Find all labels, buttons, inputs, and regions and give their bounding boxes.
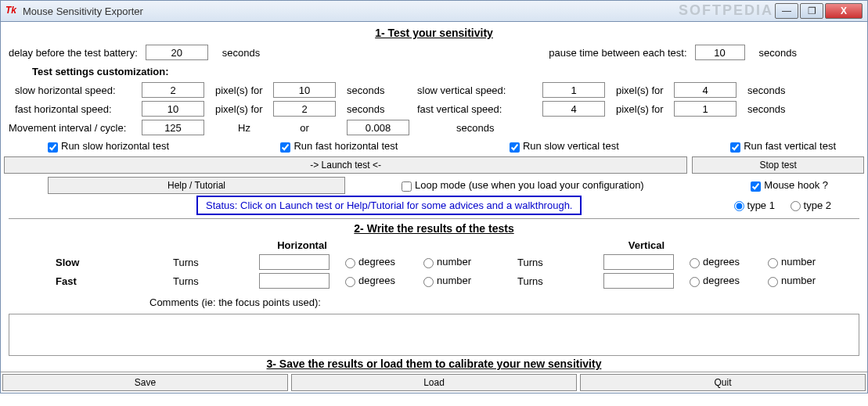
run-fast-v-check[interactable]: Run fast vertical test (730, 140, 836, 152)
fast-v-turns-label: Turns (517, 275, 603, 287)
slow-h-speed-input[interactable] (142, 82, 204, 98)
mouse-hook-check[interactable]: Mouse hook ? (751, 179, 828, 191)
type2-radio[interactable]: type 2 (791, 199, 831, 211)
slow-v-turns-label: Turns (517, 257, 603, 268)
slow-v-number-radio[interactable]: number (768, 256, 846, 268)
settings-label: Test settings customization: (32, 66, 169, 77)
delay-label: delay before the test battery: (9, 47, 138, 59)
maximize-button[interactable]: ❐ (800, 3, 823, 19)
fast-v-pixfor: pixel(s) for (616, 103, 674, 115)
slow-v-degrees-radio[interactable]: degrees (690, 256, 768, 268)
slow-h-sec-input[interactable] (273, 82, 336, 98)
slow-h-turns-input[interactable] (259, 254, 330, 270)
fast-h-turns-label: Turns (173, 275, 259, 287)
slow-h-pixfor: pixel(s) for (215, 84, 273, 96)
fast-v-turns-input[interactable] (603, 273, 674, 289)
stop-test-button[interactable]: Stop test (692, 156, 864, 174)
delay-seconds: seconds (222, 47, 260, 59)
slow-v-sec-input[interactable] (674, 82, 737, 98)
pause-seconds: seconds (759, 47, 797, 59)
slow-h-label: slow horizontal speed: (15, 84, 142, 96)
loop-mode-check[interactable]: Loop mode (use when you load your config… (402, 179, 644, 191)
slow-h-degrees-radio[interactable]: degrees (345, 256, 423, 268)
pause-label: pause time between each test: (549, 47, 686, 59)
fast-v-seconds: seconds (747, 103, 785, 115)
fast-h-seconds: seconds (347, 103, 417, 115)
fast-h-label: fast horizontal speed: (15, 103, 142, 115)
fast-v-speed-input[interactable] (542, 101, 605, 117)
vertical-header: Vertical (603, 239, 690, 251)
slow-v-pixfor: pixel(s) for (616, 84, 674, 96)
run-slow-v-check[interactable]: Run slow vertical test (510, 140, 619, 152)
fast-h-number-radio[interactable]: number (423, 275, 517, 286)
fast-v-label: fast vertical speed: (417, 103, 542, 115)
fast-row-label: Fast (56, 275, 173, 287)
movement-seconds: seconds (456, 122, 494, 134)
horizontal-header: Horizontal (259, 239, 345, 251)
slow-h-turns-label: Turns (173, 257, 259, 268)
fast-h-speed-input[interactable] (142, 101, 204, 117)
fast-v-number-radio[interactable]: number (768, 275, 846, 286)
section1-title: 1- Test your sensitivity (9, 27, 859, 39)
fast-h-pixfor: pixel(s) for (215, 103, 273, 115)
hz-label: Hz (215, 122, 273, 134)
or-label: or (273, 122, 336, 134)
slow-row-label: Slow (56, 257, 173, 268)
fast-v-sec-input[interactable] (674, 101, 737, 117)
comments-textarea[interactable] (9, 314, 859, 356)
help-button[interactable]: Help / Tutorial (48, 177, 345, 194)
quit-button[interactable]: Quit (580, 374, 866, 391)
slow-h-number-radio[interactable]: number (423, 256, 517, 268)
fast-h-turns-input[interactable] (259, 273, 330, 289)
movement-label: Movement interval / cycle: (9, 122, 142, 134)
type1-radio[interactable]: type 1 (734, 199, 775, 211)
close-button[interactable]: X (825, 3, 863, 19)
app-icon: Tk (5, 5, 18, 17)
slow-v-turns-input[interactable] (603, 254, 674, 270)
movement-sec-input[interactable] (347, 120, 409, 135)
run-slow-h-check[interactable]: Run slow horizontal test (48, 140, 169, 152)
launch-test-button[interactable]: -> Launch test <- (4, 156, 687, 174)
pause-input[interactable] (695, 45, 745, 60)
section3-title: 3- Save the results or load them to cali… (9, 357, 859, 370)
run-fast-h-check[interactable]: Run fast horizontal test (280, 140, 398, 152)
fast-h-sec-input[interactable] (273, 101, 336, 117)
load-button[interactable]: Load (291, 374, 577, 391)
delay-input[interactable] (146, 45, 208, 60)
watermark: SOFTPEDIA (679, 2, 773, 19)
section2-title: 2- Write the results of the tests (9, 222, 859, 235)
window-title: Mouse Sensitivity Exporter (23, 5, 775, 17)
slow-v-label: slow vertical speed: (417, 84, 542, 96)
minimize-button[interactable]: — (775, 3, 798, 19)
fast-h-degrees-radio[interactable]: degrees (345, 275, 423, 286)
slow-v-speed-input[interactable] (542, 82, 605, 98)
slow-v-seconds: seconds (747, 84, 785, 96)
movement-hz-input[interactable] (142, 120, 204, 135)
comments-label: Comments (ie: the focus points used): (149, 296, 321, 308)
titlebar: Tk Mouse Sensitivity Exporter SOFTPEDIA … (0, 0, 868, 22)
status-text: Status: Click on Launch test or Help/Tut… (196, 196, 582, 215)
fast-v-degrees-radio[interactable]: degrees (690, 275, 768, 286)
save-button[interactable]: Save (2, 374, 288, 391)
slow-h-seconds: seconds (347, 84, 417, 96)
